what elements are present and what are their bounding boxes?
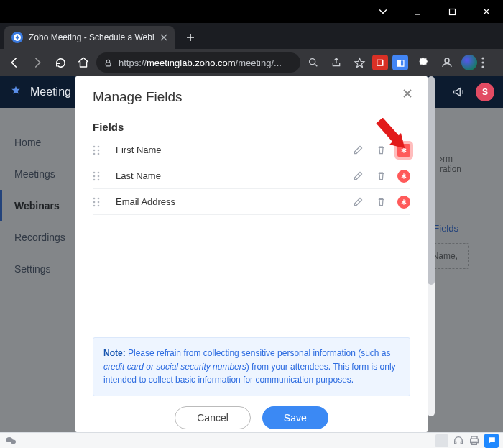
svg-point-18: [98, 178, 100, 180]
svg-point-3: [445, 58, 449, 63]
svg-rect-0: [449, 9, 455, 14]
svg-point-4: [481, 57, 484, 59]
svg-point-19: [93, 197, 96, 199]
svg-rect-1: [106, 62, 111, 65]
svg-point-24: [98, 204, 100, 206]
bookmark-star-icon[interactable]: [349, 52, 369, 73]
printer-icon[interactable]: [469, 435, 480, 447]
svg-point-23: [93, 204, 96, 206]
window-dropdown-icon[interactable]: [366, 0, 400, 23]
required-toggle[interactable]: [397, 144, 410, 157]
avatar-initial: S: [482, 87, 488, 97]
window-titlebar: [0, 0, 503, 23]
fields-section-title: Fields: [93, 121, 410, 133]
zoom-icon[interactable]: [303, 52, 323, 73]
cancel-label: Cancel: [197, 412, 229, 424]
share-icon[interactable]: [326, 52, 346, 73]
new-tab-button[interactable]: [180, 27, 200, 47]
drag-handle-icon[interactable]: [93, 197, 100, 207]
field-label: First Name: [110, 145, 341, 155]
app-brand: Meeting: [30, 86, 71, 99]
chat-icon[interactable]: [4, 436, 17, 446]
svg-point-7: [93, 145, 96, 147]
manage-fields-modal: Manage Fields Fields First Name: [75, 76, 428, 432]
modal-close-button[interactable]: [402, 88, 413, 99]
modal-scrollbar-thumb[interactable]: [428, 76, 435, 285]
url-bar[interactable]: https://meetinglab.zoho.com/meeting/...: [96, 52, 300, 73]
svg-point-6: [481, 65, 484, 68]
svg-point-17: [93, 178, 96, 180]
svg-point-15: [93, 175, 96, 177]
megaphone-icon[interactable]: [448, 82, 469, 102]
modal-title: Manage Fields: [93, 89, 410, 105]
save-label: Save: [284, 412, 307, 424]
forward-button[interactable]: [27, 52, 47, 73]
field-row: First Name: [93, 137, 410, 163]
svg-point-10: [98, 149, 100, 151]
field-label: Last Name: [110, 170, 341, 181]
extension-icon[interactable]: ◧: [392, 55, 408, 70]
svg-point-5: [481, 61, 484, 63]
browser-toolbar: https://meetinglab.zoho.com/meeting/... …: [0, 49, 503, 76]
tray-icon[interactable]: [435, 434, 448, 447]
svg-point-8: [98, 145, 100, 147]
browser-menu-icon[interactable]: [481, 57, 499, 68]
extensions-puzzle-icon[interactable]: [412, 52, 433, 73]
svg-point-22: [98, 201, 100, 203]
window-minimize-button[interactable]: [401, 0, 434, 23]
back-button[interactable]: [4, 52, 24, 73]
extension-icon[interactable]: [461, 55, 477, 70]
field-row: Email Address: [93, 189, 410, 215]
delete-icon[interactable]: [374, 144, 387, 157]
window-close-button[interactable]: [470, 0, 503, 23]
home-button[interactable]: [73, 52, 93, 73]
field-row: Last Name: [93, 163, 410, 189]
field-label: Email Address: [110, 196, 341, 207]
url-text: https://meetinglab.zoho.com/meeting/...: [119, 58, 282, 68]
svg-point-12: [98, 152, 100, 155]
svg-point-2: [310, 59, 315, 65]
browser-tab[interactable]: Zoho Meeting - Schedule a Webi: [4, 26, 175, 49]
svg-point-21: [93, 201, 96, 203]
required-toggle[interactable]: [397, 196, 410, 209]
extension-icon[interactable]: ❏: [372, 55, 388, 70]
cancel-button[interactable]: Cancel: [175, 406, 251, 429]
drag-handle-icon[interactable]: [93, 145, 100, 155]
svg-point-14: [98, 171, 100, 173]
svg-point-9: [93, 149, 96, 151]
avatar[interactable]: S: [476, 83, 494, 101]
edit-icon[interactable]: [351, 196, 364, 209]
edit-icon[interactable]: [351, 144, 364, 157]
status-bar: [0, 432, 503, 448]
reload-button[interactable]: [50, 52, 70, 73]
chat-bubble-icon[interactable]: [484, 434, 499, 448]
tab-close-icon[interactable]: [160, 34, 167, 41]
svg-point-13: [93, 171, 96, 173]
delete-icon[interactable]: [374, 170, 387, 183]
account-icon[interactable]: [437, 52, 457, 73]
app-logo-icon: [9, 85, 23, 99]
info-note: Note: Please refrain from collecting sen…: [93, 337, 410, 396]
headset-icon[interactable]: [453, 435, 464, 447]
svg-point-26: [11, 439, 16, 444]
lock-icon: [103, 58, 113, 68]
svg-point-16: [98, 175, 100, 177]
drag-handle-icon[interactable]: [93, 171, 100, 181]
delete-icon[interactable]: [374, 196, 387, 209]
tab-title: Zoho Meeting - Schedule a Webi: [29, 32, 154, 42]
svg-point-20: [98, 197, 100, 199]
edit-icon[interactable]: [351, 170, 364, 183]
required-toggle[interactable]: [397, 170, 410, 183]
tab-favicon: [11, 32, 23, 43]
window-maximize-button[interactable]: [435, 0, 469, 23]
svg-point-11: [93, 152, 96, 155]
save-button[interactable]: Save: [262, 406, 328, 429]
browser-tabbar: Zoho Meeting - Schedule a Webi: [0, 23, 503, 49]
